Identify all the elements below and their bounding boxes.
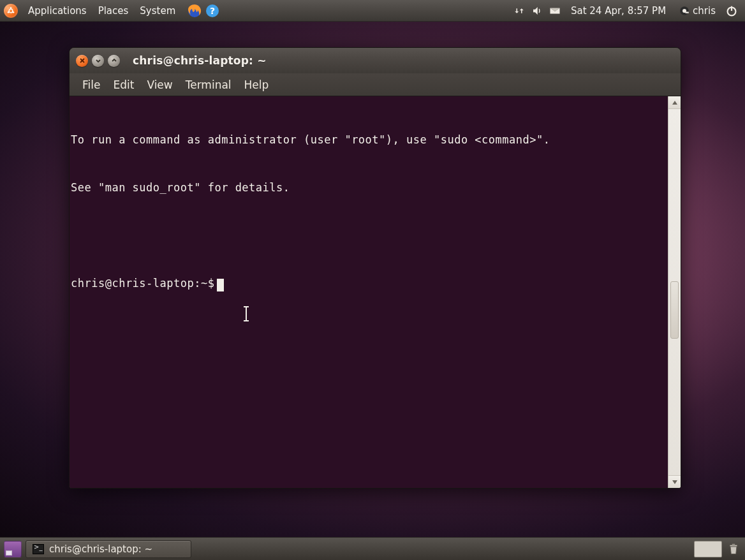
workspace-switcher[interactable] [694, 541, 722, 557]
menu-file[interactable]: File [77, 76, 105, 94]
scrollbar-track[interactable] [668, 109, 681, 475]
svg-point-1 [10, 7, 12, 9]
terminal-area: To run a command as administrator (user … [70, 96, 681, 488]
window-title: chris@chris-laptop: ~ [133, 54, 267, 67]
svg-point-2 [8, 11, 10, 13]
quick-launch: ? [187, 3, 220, 18]
taskbar-button-terminal[interactable]: chris@chris-laptop: ~ [26, 540, 191, 558]
window-close-button[interactable] [76, 55, 88, 67]
svg-text:?: ? [210, 6, 215, 16]
clock[interactable]: Sat 24 Apr, 8:57 PM [567, 5, 670, 17]
top-panel: Applications Places System ? Sat 24 Apr,… [0, 0, 745, 22]
window-maximize-button[interactable] [108, 55, 120, 67]
menu-applications[interactable]: Applications [23, 3, 92, 19]
svg-rect-9 [686, 11, 689, 13]
window-titlebar[interactable]: chris@chris-laptop: ~ [70, 48, 681, 73]
svg-marker-14 [672, 101, 677, 105]
terminal-prompt-line: chris@chris-laptop:~$ [70, 276, 667, 291]
terminal-output-line: To run a command as administrator (user … [70, 132, 667, 148]
terminal-output-line: See "man sudo_root" for details. [70, 180, 667, 196]
terminal-cursor-icon [217, 279, 224, 291]
menu-places[interactable]: Places [93, 3, 134, 19]
top-panel-menus: Applications Places System ? [4, 3, 220, 19]
terminal-blank-line [70, 228, 667, 244]
trash-icon[interactable] [726, 542, 741, 557]
scrollbar-up-button[interactable] [668, 96, 681, 109]
terminal-icon [33, 544, 44, 554]
menu-view[interactable]: View [142, 76, 177, 94]
bottom-panel: chris@chris-laptop: ~ [0, 537, 745, 560]
help-icon[interactable]: ? [205, 3, 220, 18]
power-icon[interactable] [725, 4, 739, 18]
scrollbar-down-button[interactable] [668, 475, 681, 488]
terminal-scrollbar[interactable] [668, 96, 681, 488]
svg-point-0 [9, 9, 13, 13]
menu-system[interactable]: System [135, 3, 181, 19]
volume-icon[interactable] [531, 5, 543, 17]
svg-marker-15 [672, 480, 677, 484]
window-minimize-button[interactable] [92, 55, 104, 67]
taskbar-button-label: chris@chris-laptop: ~ [49, 543, 152, 555]
terminal-prompt: chris@chris-laptop:~$ [71, 276, 214, 291]
menu-edit[interactable]: Edit [108, 76, 139, 94]
indicator-area: Sat 24 Apr, 8:57 PM chris [513, 4, 741, 18]
show-desktop-button[interactable] [4, 541, 22, 557]
menu-terminal[interactable]: Terminal [181, 76, 237, 94]
terminal-window: chris@chris-laptop: ~ File Edit View Ter… [69, 47, 681, 489]
menu-help[interactable]: Help [239, 76, 274, 94]
scrollbar-thumb[interactable] [670, 281, 679, 339]
network-icon[interactable] [513, 5, 525, 17]
mail-icon[interactable] [549, 5, 561, 17]
text-cursor-icon [246, 307, 247, 321]
ubuntu-logo-icon[interactable] [4, 4, 18, 18]
username-label: chris [693, 5, 716, 17]
user-switcher[interactable]: chris [676, 5, 718, 17]
firefox-icon[interactable] [187, 3, 202, 18]
svg-rect-17 [732, 543, 735, 545]
svg-point-3 [13, 11, 15, 13]
window-menubar: File Edit View Terminal Help [70, 73, 681, 96]
terminal-content[interactable]: To run a command as administrator (user … [70, 96, 668, 488]
